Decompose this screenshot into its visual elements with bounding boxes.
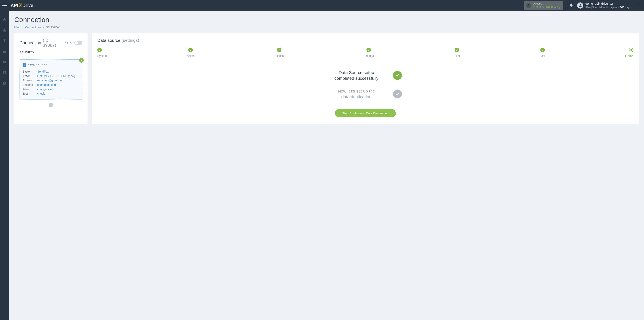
link-settings[interactable]: change settings — [37, 83, 57, 87]
logo-x: X — [18, 2, 22, 9]
connection-id: (ID: 39387) — [43, 38, 63, 48]
logo-drive: Drive — [22, 3, 34, 8]
step-system[interactable]: System — [97, 48, 107, 58]
nav-account-icon[interactable] — [0, 70, 9, 75]
connection-header: Connection (ID: 39387) — [20, 38, 82, 48]
connection-toggle[interactable] — [74, 41, 82, 45]
user-name: demo_apix-drive_s2 — [585, 2, 630, 6]
data-source-title: 1 DATA SOURCE — [22, 63, 79, 67]
step-action[interactable]: Action — [187, 48, 195, 58]
status-block: Data Source setup completed successfully… — [97, 70, 634, 100]
check-icon — [366, 48, 371, 52]
svg-rect-4 — [5, 31, 6, 31]
nav-connections-icon[interactable] — [0, 28, 9, 33]
step-settings[interactable]: Settings — [364, 48, 374, 58]
check-icon — [393, 90, 402, 98]
check-icon — [188, 48, 193, 52]
link-action[interactable]: Get UNSUBSCRIBERS (new) — [37, 74, 75, 79]
link-access[interactable]: redacted@gmail.com — [37, 78, 64, 83]
logo-api: API — [10, 3, 18, 8]
data-source-box[interactable]: 1 DATA SOURCE SystemSendFox ActionGet UN… — [20, 60, 82, 100]
actions-box[interactable]: i Actions: 25'171 of 50'000 (50%) — [524, 1, 563, 10]
link-test[interactable]: check — [37, 92, 45, 96]
ds-row-test: Testcheck — [22, 92, 79, 96]
topbar: APIXDrive i Actions: 25'171 of 50'000 (5… — [0, 0, 644, 11]
status-done: Data Source setup completed successfully — [329, 70, 402, 81]
current-step-icon — [629, 48, 634, 52]
check-icon — [277, 48, 282, 52]
sidebar: ? — [0, 11, 9, 320]
check-icon — [455, 48, 459, 52]
nav-help-icon[interactable]: ? — [0, 81, 9, 86]
svg-point-0 — [580, 4, 581, 6]
svg-rect-2 — [3, 31, 4, 31]
check-icon — [79, 58, 84, 63]
connection-label: Connection — [20, 40, 41, 45]
breadcrumb-main[interactable]: Main — [14, 26, 20, 29]
add-destination-button[interactable]: + — [49, 103, 53, 107]
step-filter[interactable]: Filter — [454, 48, 460, 58]
stepper: System Action Access Settings Filter Tes… — [97, 48, 634, 58]
link-filter[interactable]: change filter — [37, 87, 53, 92]
main-content: Connection Main / Connections / SENDFOX … — [9, 11, 644, 320]
actions-count: 25'171 — [533, 6, 541, 9]
step-finish[interactable]: Finish — [625, 48, 634, 58]
nav-home-icon[interactable] — [0, 17, 9, 22]
svg-rect-1 — [4, 29, 5, 29]
step-test[interactable]: Test — [540, 48, 545, 58]
copy-icon[interactable] — [65, 40, 68, 45]
nav-billing-icon[interactable] — [0, 38, 9, 44]
check-icon — [393, 71, 402, 80]
breadcrumb-current: SENDFOX — [46, 26, 60, 29]
link-system[interactable]: SendFox — [37, 70, 49, 74]
menu-toggle[interactable] — [2, 4, 7, 7]
status-next-text: Now let's set up the data destination — [329, 88, 384, 100]
step-access[interactable]: Access — [274, 48, 284, 58]
actions-pct: (50%) — [554, 6, 560, 9]
badge-number: 1 — [22, 63, 26, 67]
gear-icon[interactable] — [70, 40, 73, 45]
page-title: Connection — [14, 16, 639, 24]
nav-video-icon[interactable] — [0, 59, 9, 65]
connection-card: Connection (ID: 39387) SENDFOX 1 DATA SO… — [14, 33, 88, 124]
start-configuring-button[interactable]: Start Configuring Data Destination — [335, 109, 396, 117]
user-block[interactable]: demo_apix-drive_s2 Plan |Start| left unt… — [585, 2, 630, 9]
nav-briefcase-icon[interactable] — [0, 49, 9, 54]
actions-text: Actions: 25'171 of 50'000 (50%) — [533, 2, 560, 9]
ds-row-system: SystemSendFox — [22, 70, 79, 74]
card-title: Data source (settings) — [97, 38, 634, 43]
status-next: Now let's set up the data destination — [329, 88, 402, 100]
actions-label: Actions: — [533, 2, 560, 6]
svg-text:?: ? — [4, 82, 5, 84]
actions-of: of — [542, 6, 544, 9]
ds-row-access: Accessredacted@gmail.com — [22, 78, 79, 83]
svg-rect-5 — [3, 51, 6, 53]
check-icon — [540, 48, 545, 52]
chevron-down-icon[interactable] — [637, 4, 640, 7]
info-icon: i — [526, 3, 531, 8]
actions-total: 50'000 — [545, 6, 553, 9]
data-source-settings-card: Data source (settings) System Action Acc… — [92, 33, 639, 124]
ds-row-settings: Settingschange settings — [22, 83, 79, 87]
svg-point-9 — [4, 72, 5, 73]
ds-row-filter: Filterchange filter — [22, 87, 79, 92]
breadcrumb-connections[interactable]: Connections — [25, 26, 41, 29]
svg-rect-12 — [66, 42, 68, 44]
bell-icon[interactable] — [570, 3, 573, 8]
check-icon — [97, 48, 102, 52]
user-plan: Plan |Start| left until payment 346 days — [585, 6, 630, 9]
connection-name: SENDFOX — [20, 51, 82, 56]
ds-row-action: ActionGet UNSUBSCRIBERS (new) — [22, 74, 79, 79]
avatar-icon[interactable] — [577, 3, 583, 9]
status-done-text: Data Source setup completed successfully — [329, 70, 384, 81]
logo[interactable]: APIXDrive — [10, 2, 34, 9]
svg-rect-3 — [4, 31, 5, 31]
breadcrumb: Main / Connections / SENDFOX — [14, 26, 639, 29]
